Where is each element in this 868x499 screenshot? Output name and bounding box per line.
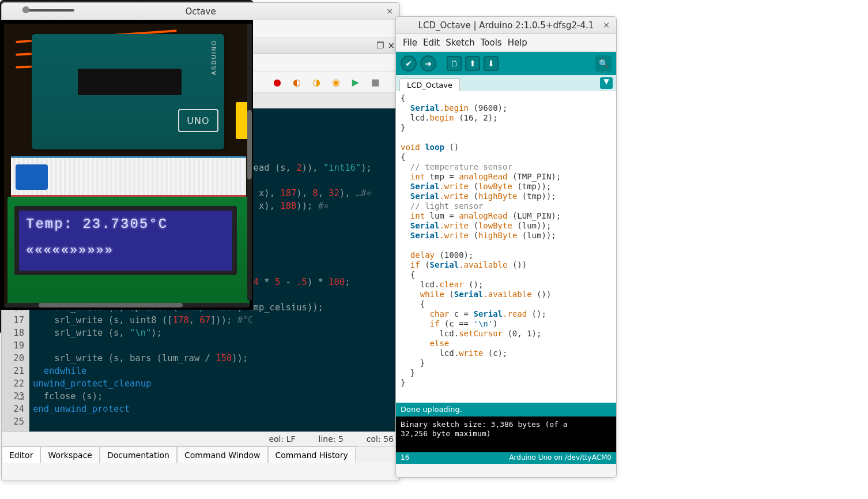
arduino-close-icon[interactable]: × [601, 20, 612, 31]
step-over-icon[interactable]: ◑ [310, 75, 323, 89]
image-canvas[interactable]: UNO ARDUINO Temp: 23.7305°C «««««»»»»» [1, 20, 253, 310]
arduino-status: Done uploading. [396, 403, 616, 417]
footer-board: Arduino Uno on /dev/ttyACM0 [509, 453, 612, 463]
console-line-2: 32,256 byte maximum) [401, 429, 612, 438]
btab-workspace[interactable]: Workspace [40, 447, 100, 463]
lcd-line-1: Temp: 23.7305°C [19, 211, 232, 238]
step-out-icon[interactable]: ◉ [329, 75, 343, 89]
sensor-module-icon [16, 164, 48, 190]
stop-icon[interactable]: ■ [368, 75, 382, 89]
arduino-console: Binary sketch size: 3,386 bytes (of a 32… [396, 417, 616, 452]
arduino-toolbar: ✔ ➜ 🗋 ⬆ ⬇ 🔍 [396, 52, 616, 75]
arduino-title: LCD_Octave | Arduino 2:1.0.5+dfsg2-4.1 [418, 20, 594, 31]
amenu-help[interactable]: Help [508, 37, 527, 48]
arduino-text: ARDUINO [211, 40, 217, 75]
uno-logo: UNO [178, 109, 218, 132]
arduino-board: UNO ARDUINO [32, 34, 224, 149]
octave-bottom-tabs: Editor Workspace Documentation Command W… [2, 446, 399, 463]
verify-button[interactable]: ✔ [401, 55, 417, 72]
arduino-menu: File Edit Sketch Tools Help [396, 34, 616, 52]
lcd-line-2: «««««»»»»» [19, 238, 232, 264]
breakpoint-icon[interactable]: ● [270, 75, 284, 89]
pane-close-icon[interactable]: × [387, 40, 395, 51]
serial-monitor-button[interactable]: 🔍 [595, 55, 612, 72]
status-line: line: 5 [319, 434, 344, 444]
pane-undock-icon[interactable]: ❐ [376, 40, 384, 51]
editor-statusbar: eol: LF line: 5 col: 56 [2, 432, 399, 446]
new-sketch-button[interactable]: 🗋 [447, 56, 462, 71]
octave-close-icon[interactable]: × [384, 6, 395, 17]
lcd-panel: Temp: 23.7305°C «««««»»»»» [14, 206, 237, 275]
amenu-tools[interactable]: Tools [481, 37, 502, 48]
footer-line: 16 [401, 453, 409, 463]
arduino-footer: 16 Arduino Uno on /dev/ttyACM0 [396, 452, 616, 464]
btab-command-window[interactable]: Command Window [177, 447, 268, 463]
open-sketch-button[interactable]: ⬆ [465, 56, 480, 71]
btab-editor[interactable]: Editor [2, 447, 40, 463]
amenu-edit[interactable]: Edit [423, 37, 440, 48]
scrollbar-horizontal[interactable] [4, 303, 250, 307]
save-sketch-button[interactable]: ⬇ [484, 56, 499, 71]
status-eol: eol: LF [269, 434, 295, 444]
tab-dropdown-icon[interactable]: ▼ [600, 77, 613, 89]
status-col: col: 56 [367, 434, 394, 444]
arduino-photo: UNO ARDUINO Temp: 23.7305°C «««««»»»»» [4, 24, 250, 306]
arduino-titlebar[interactable]: LCD_Octave | Arduino 2:1.0.5+dfsg2-4.1 × [396, 17, 616, 34]
btab-documentation[interactable]: Documentation [100, 447, 177, 463]
scrollbar-vertical[interactable] [247, 24, 252, 301]
step-icon[interactable]: ◐ [290, 75, 304, 89]
btab-command-history[interactable]: Command History [268, 447, 356, 463]
amenu-file[interactable]: File [403, 37, 417, 48]
upload-button[interactable]: ➜ [420, 55, 436, 72]
arduino-tabs: LCD_Octave ▼ [396, 75, 616, 91]
amenu-sketch[interactable]: Sketch [446, 37, 475, 48]
image-viewer-window: ❐ IMG_… ⛶ ≡ × UNO ARDUINO Temp: 23.7305°… [0, 0, 254, 335]
octave-titlebar[interactable]: Octave × [2, 3, 399, 20]
arduino-tab-lcd[interactable]: LCD_Octave [399, 78, 460, 91]
chip-icon [78, 69, 182, 95]
zoom-slider[interactable] [22, 9, 74, 12]
arduino-window: LCD_Octave | Arduino 2:1.0.5+dfsg2-4.1 ×… [395, 16, 617, 478]
arduino-code[interactable]: { Serial.begin (9600); lcd.begin (16, 2)… [396, 91, 616, 403]
octave-title: Octave [185, 6, 216, 17]
run-icon[interactable]: ▶ [349, 75, 363, 89]
console-line-1: Binary sketch size: 3,386 bytes (of a [401, 420, 612, 429]
